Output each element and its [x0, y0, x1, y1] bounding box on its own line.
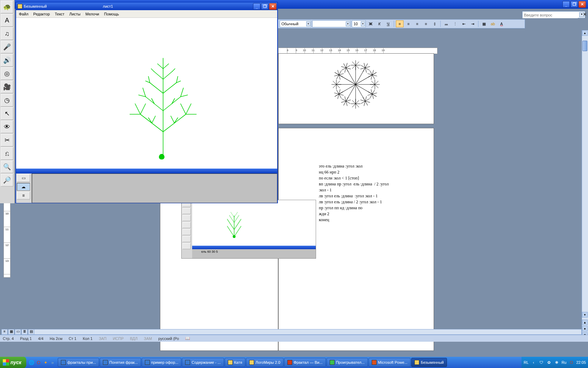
tray-icon[interactable]: O — [568, 360, 574, 365]
cmd-tab-2-icon[interactable]: ☁ — [17, 183, 30, 191]
logo-close-button[interactable]: ✕ — [269, 3, 276, 10]
nested-tool-icon — [182, 243, 191, 249]
scroll-thumb[interactable] — [582, 41, 587, 51]
start-button[interactable]: пуск — [0, 357, 26, 368]
vertical-scrollbar[interactable]: ▲ ▼ ▲ ● ▼ — [582, 30, 588, 339]
text-tool-icon[interactable]: A — [1, 14, 13, 27]
align-left-button[interactable]: ≡ — [396, 20, 404, 27]
outline-view-button[interactable]: ≣ — [21, 329, 28, 335]
nested-tool-icon — [182, 229, 191, 235]
slider-tool-icon[interactable]: ◎ — [1, 67, 13, 80]
horn-tool-icon[interactable]: 🔊 — [1, 54, 13, 67]
word-doc-close-button[interactable]: ✕ — [583, 12, 587, 17]
tray-kb[interactable]: Ru — [561, 360, 566, 364]
indent-button[interactable]: ⇥ — [469, 20, 476, 27]
task-button[interactable]: Проигрывател... — [327, 358, 368, 367]
scissors-tool-icon[interactable]: ✂ — [1, 134, 13, 146]
task-label: Безымянный — [421, 360, 444, 364]
word-maximize-button[interactable]: ❐ — [570, 1, 578, 8]
browse-object-button[interactable]: ● — [582, 326, 588, 332]
outdent-button[interactable]: ⇤ — [460, 20, 468, 27]
zoomout-tool-icon[interactable]: 🔎 — [1, 174, 13, 186]
mic-tool-icon[interactable]: 🎤 — [1, 41, 13, 53]
reading-view-button[interactable]: ▤ — [28, 329, 34, 335]
menu-Листы[interactable]: Листы — [69, 12, 80, 16]
tray-icon[interactable]: ✿ — [546, 360, 552, 365]
normal-view-button[interactable]: ≡ — [1, 329, 8, 335]
italic-button[interactable]: К — [376, 20, 383, 27]
logo-maximize-button[interactable]: ❐ — [261, 3, 268, 10]
fontsize-combo[interactable]: 10▾ — [352, 20, 366, 27]
turtle-tool-icon[interactable]: 🐢 — [1, 1, 13, 13]
ql-icon[interactable]: ✦ — [42, 359, 49, 366]
borders-button[interactable]: ▦ — [480, 20, 488, 27]
zoomin-tool-icon[interactable]: 🔍 — [1, 161, 13, 173]
style-combo[interactable]: Обычный▾ — [280, 20, 311, 27]
logo-toolbar: 🐢 A ♫ 🎤 🔊 ◎ 🎥 ◷ ↖ 👁 ✂ ⎌ 🔍 🔎 — [0, 0, 15, 203]
stamp-tool-icon[interactable]: ⎌ — [1, 147, 13, 160]
task-label: Содержание - ... — [191, 360, 220, 364]
logo-command-input[interactable] — [32, 173, 277, 203]
fontcolor-button[interactable]: A — [498, 20, 505, 27]
ql-icon[interactable]: 🌐 — [28, 359, 35, 366]
svg-line-30 — [143, 88, 146, 97]
menu-Помощь[interactable]: Помощь — [104, 12, 119, 16]
eye-tool-icon[interactable]: 👁 — [1, 121, 13, 133]
scroll-up-icon[interactable]: ▲ — [582, 30, 588, 36]
numbering-button[interactable]: ⅏ — [442, 20, 450, 27]
highlight-button[interactable]: ab — [489, 20, 497, 27]
pointer-tool-icon[interactable]: ↖ — [1, 107, 13, 120]
task-button[interactable]: пример офор... — [142, 358, 182, 367]
web-view-button[interactable]: ▦ — [8, 329, 14, 335]
tray-lang[interactable]: RL — [524, 360, 528, 364]
word-close-button[interactable]: ✕ — [579, 1, 586, 8]
scroll-down-icon[interactable]: ▼ — [582, 312, 588, 318]
tray-icon[interactable]: ‹ — [531, 360, 536, 365]
tray-icon[interactable]: 🛡 — [538, 360, 544, 365]
task-button[interactable]: Фрактал — Ви... — [284, 358, 326, 367]
prev-page-button[interactable]: ▲ — [582, 320, 588, 325]
task-button[interactable]: Катя — [225, 358, 245, 367]
tray-clock[interactable]: 22:05 — [576, 360, 586, 364]
task-button[interactable]: Содержание - ... — [182, 358, 224, 367]
task-button[interactable]: ЛогоМиры 2.0 — [246, 358, 284, 367]
logo-canvas[interactable] — [16, 18, 277, 169]
logo-titlebar[interactable]: Безымянный лист1 _ ❐ ✕ — [16, 2, 277, 10]
align-justify-button[interactable]: ≡ — [422, 20, 430, 27]
logo-divider[interactable] — [16, 169, 277, 173]
menu-Редактор[interactable]: Редактор — [33, 12, 50, 16]
bullets-button[interactable]: ⋮ — [451, 20, 459, 27]
underline-button[interactable]: Ч — [384, 20, 392, 27]
menu-Текст[interactable]: Текст — [55, 12, 64, 16]
logo-minimize-button[interactable]: _ — [253, 3, 260, 10]
ask-question-box[interactable]: ▾ — [522, 11, 585, 18]
task-button[interactable]: фракталы при... — [58, 358, 99, 367]
horizontal-scrollbar[interactable] — [33, 329, 582, 335]
svg-line-32 — [181, 88, 183, 97]
cmd-tab-1-icon[interactable]: ▭ — [17, 174, 30, 182]
bold-button[interactable]: Ж — [367, 20, 374, 27]
turtle-icon[interactable] — [159, 154, 164, 159]
tray-icon[interactable]: ❋ — [554, 360, 559, 365]
status-book-icon[interactable]: 📖 — [185, 336, 190, 341]
font-combo[interactable]: ▾ — [312, 20, 351, 27]
music-tool-icon[interactable]: ♫ — [1, 27, 13, 40]
align-right-button[interactable]: ≡ — [413, 20, 421, 27]
video-tool-icon[interactable]: 🎥 — [1, 81, 13, 93]
menu-Мелочи[interactable]: Мелочи — [85, 12, 99, 16]
clock-tool-icon[interactable]: ◷ — [1, 94, 13, 107]
task-button[interactable]: Microsoft Powe... — [369, 358, 411, 367]
task-button[interactable]: Безымянный — [411, 358, 447, 367]
cmd-tab-3-icon[interactable]: ≡ — [17, 192, 30, 199]
task-button[interactable]: Понятия фрак... — [100, 358, 141, 367]
task-icon — [103, 360, 108, 365]
align-center-button[interactable]: ≡ — [405, 20, 412, 27]
menu-Файл[interactable]: Файл — [19, 12, 28, 16]
word-minimize-button[interactable]: _ — [562, 1, 570, 8]
task-label: пример офор... — [151, 360, 178, 364]
line-spacing-button[interactable]: ‡ — [431, 20, 439, 27]
print-view-button[interactable]: ▭ — [15, 329, 21, 335]
ql-icon[interactable]: O — [35, 359, 42, 366]
ql-divider-icon[interactable]: » — [49, 359, 56, 366]
ask-question-input[interactable] — [523, 12, 578, 18]
